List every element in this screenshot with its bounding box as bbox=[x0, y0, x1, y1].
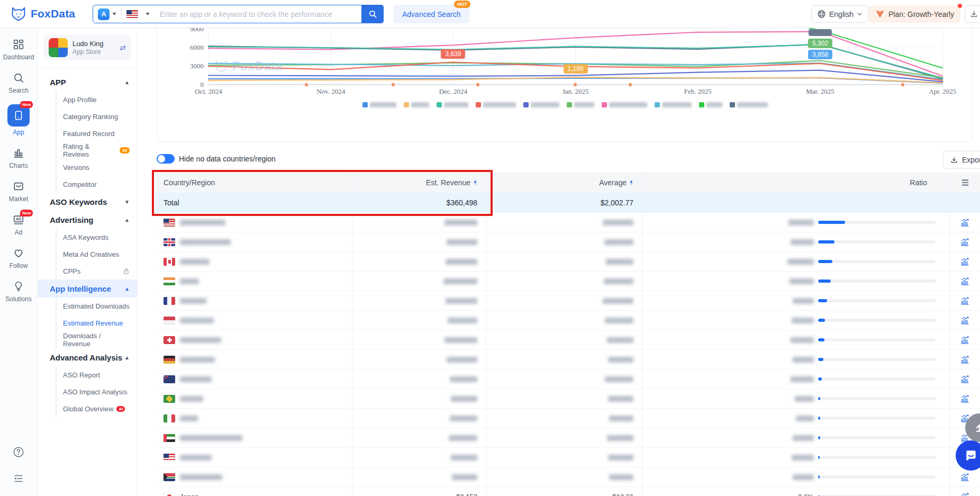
sidebar-item-aso-impact-analysis[interactable]: ASO Impact Analysis bbox=[56, 383, 137, 400]
country-revenue-table: Country/Region Est. Revenue▲▼ Average▲▼ … bbox=[155, 173, 980, 496]
row-trend-button[interactable] bbox=[950, 291, 980, 310]
switch-app-icon[interactable]: ⇄ bbox=[120, 43, 126, 52]
table-row-jp[interactable]: Japan$2,152$12.660.6% bbox=[155, 487, 980, 496]
us-flag-icon bbox=[164, 219, 175, 227]
country-selector[interactable] bbox=[122, 5, 155, 23]
legend-item[interactable] bbox=[567, 102, 594, 107]
sort-icon[interactable]: ▲▼ bbox=[629, 180, 633, 185]
rail-item-search[interactable]: Search bbox=[0, 71, 37, 94]
country-cell: Japan bbox=[155, 487, 352, 496]
rail-label: Ad bbox=[15, 229, 23, 236]
row-trend-button[interactable] bbox=[950, 389, 980, 408]
table-row-au[interactable] bbox=[155, 369, 980, 389]
sidebar-item-estimated-downloads[interactable]: Estimated Downloads bbox=[56, 297, 137, 314]
sort-icon[interactable]: ▲▼ bbox=[473, 180, 477, 185]
sidebar-item-meta-ad-creatives[interactable]: Meta Ad Creatives bbox=[56, 246, 137, 263]
table-row-ae[interactable] bbox=[155, 428, 980, 448]
legend-item[interactable] bbox=[699, 102, 722, 107]
plan-chip[interactable]: Plan: Growth-Yearly bbox=[869, 5, 960, 23]
legend-item[interactable] bbox=[404, 102, 429, 107]
legend-item[interactable] bbox=[523, 102, 559, 107]
table-row-br[interactable] bbox=[155, 389, 980, 409]
legend-item[interactable] bbox=[730, 102, 768, 107]
row-trend-button[interactable] bbox=[950, 350, 980, 369]
legend-item[interactable] bbox=[437, 102, 468, 107]
legend-item[interactable] bbox=[655, 102, 692, 107]
sidebar-item-cpps[interactable]: CPPs bbox=[56, 263, 137, 279]
badge: AI bbox=[120, 147, 130, 154]
row-trend-button[interactable] bbox=[950, 252, 980, 271]
rail-item-market[interactable]: Market bbox=[0, 179, 37, 203]
store-selector[interactable]: A bbox=[93, 5, 121, 23]
sidebar-section-advertising[interactable]: Advertising▲ bbox=[38, 211, 137, 229]
sidebar-item-asa-keywords[interactable]: ASA Keywords bbox=[56, 229, 137, 246]
col-average[interactable]: Average▲▼ bbox=[486, 173, 642, 193]
row-trend-button[interactable] bbox=[950, 213, 980, 232]
est-revenue-cell bbox=[352, 448, 486, 467]
rail-item-dashboard[interactable]: Dashboard bbox=[0, 38, 37, 61]
rail-item-app[interactable]: AppNew bbox=[0, 104, 37, 136]
export-button[interactable]: Export bbox=[943, 151, 980, 169]
sidebar-item-aso-report[interactable]: ASO Report bbox=[56, 366, 137, 383]
sidebar-section-app-intelligence[interactable]: App Intelligence▲ bbox=[38, 279, 137, 297]
legend-item[interactable] bbox=[362, 102, 396, 107]
table-row-gb[interactable] bbox=[155, 232, 980, 252]
table-row-za[interactable] bbox=[155, 467, 980, 487]
foxdata-logo[interactable]: FoxData bbox=[11, 6, 75, 22]
sidebar-item-versions[interactable]: Versions bbox=[56, 159, 137, 176]
sidebar-item-competitor[interactable]: Competitor bbox=[56, 176, 137, 193]
rail-item-charts[interactable]: Charts bbox=[0, 146, 37, 169]
table-row-my[interactable] bbox=[155, 448, 980, 467]
row-trend-button[interactable] bbox=[950, 467, 980, 486]
sidebar-item-downloads-revenue[interactable]: Downloads / Revenue bbox=[56, 331, 137, 348]
row-trend-button[interactable] bbox=[950, 272, 980, 291]
sidebar-section-advanced-analysis[interactable]: Advanced Analysis▲ bbox=[38, 348, 137, 366]
sidebar-item-category-ranking[interactable]: Category Ranking bbox=[56, 108, 137, 125]
column-settings-icon[interactable] bbox=[950, 173, 980, 193]
x-tick-label: Mar. 2025 bbox=[806, 87, 834, 96]
table-row-ch[interactable] bbox=[155, 330, 980, 350]
table-row-de[interactable] bbox=[155, 350, 980, 369]
language-selector[interactable]: English bbox=[811, 5, 868, 23]
hide-no-data-toggle[interactable] bbox=[157, 154, 175, 164]
sidebar-item-estimated-revenue[interactable]: Estimated Revenue bbox=[56, 314, 137, 331]
search-button[interactable] bbox=[361, 5, 384, 23]
header-download-button[interactable] bbox=[965, 5, 980, 23]
row-trend-button[interactable] bbox=[950, 369, 980, 389]
row-trend-button[interactable] bbox=[950, 330, 980, 349]
row-trend-button[interactable] bbox=[950, 232, 980, 251]
sidebar-section-app[interactable]: APP▲ bbox=[38, 73, 137, 91]
rail-item-solutions[interactable]: Solutions bbox=[0, 279, 37, 303]
sidebar-item-rating-reviews[interactable]: Rating & ReviewsAI bbox=[56, 142, 137, 159]
total-label: Total bbox=[155, 193, 352, 213]
sidebar-item-featured-record[interactable]: Featured Record bbox=[56, 125, 137, 142]
table-row-ca[interactable] bbox=[155, 252, 980, 272]
table-row-id[interactable] bbox=[155, 311, 980, 330]
search-input[interactable] bbox=[155, 10, 362, 19]
dashboard-icon bbox=[12, 38, 25, 51]
sidebar-item-global-overview[interactable]: Global OverviewAI bbox=[56, 400, 137, 417]
table-row-us[interactable] bbox=[155, 213, 980, 232]
legend-item[interactable] bbox=[602, 102, 647, 107]
legend-label-blurred bbox=[411, 102, 429, 107]
sidebar-section-aso-keywords[interactable]: ASO Keywords▼ bbox=[38, 193, 137, 211]
rail-item-follow[interactable]: Follow bbox=[0, 246, 37, 269]
help-icon[interactable] bbox=[13, 446, 24, 458]
col-country-region[interactable]: Country/Region bbox=[155, 173, 352, 193]
ratio-cell bbox=[642, 252, 950, 271]
table-row-fr[interactable] bbox=[155, 291, 980, 311]
row-trend-button[interactable] bbox=[950, 487, 980, 496]
table-row-it[interactable] bbox=[155, 409, 980, 428]
sidebar-item-app-profile[interactable]: App Profile bbox=[56, 91, 137, 108]
col-est-revenue[interactable]: Est. Revenue▲▼ bbox=[352, 173, 486, 193]
est-revenue-cell bbox=[352, 252, 486, 271]
table-row-in[interactable] bbox=[155, 272, 980, 291]
line-chart[interactable]: 0300060009000 bbox=[157, 28, 973, 87]
collapse-sidebar-icon[interactable] bbox=[12, 473, 25, 484]
current-app-chip[interactable]: Ludo King App Store ⇄ bbox=[44, 35, 131, 60]
chart-legend[interactable] bbox=[157, 102, 973, 107]
row-trend-button[interactable] bbox=[950, 311, 980, 330]
legend-item[interactable] bbox=[476, 102, 516, 107]
item-label: ASO Impact Analysis bbox=[63, 388, 127, 396]
rail-item-ad[interactable]: ADAdNew bbox=[0, 213, 37, 236]
